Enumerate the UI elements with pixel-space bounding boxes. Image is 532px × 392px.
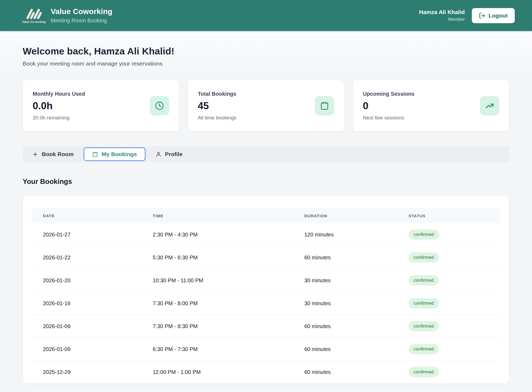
cell-duration: 60 minutes [293, 346, 397, 352]
user-info: Hamza Ali Khalid Member [419, 9, 465, 22]
cell-duration: 60 minutes [293, 323, 397, 329]
trending-up-icon [485, 101, 495, 111]
page-subtitle: Book your meeting room and manage your r… [23, 60, 509, 67]
table-row: 2026-01-20 10:30 PM - 11:00 PM 30 minute… [32, 269, 500, 292]
table-row: confirmed [32, 384, 500, 384]
tab-label: My Bookings [102, 151, 137, 157]
cell-time: 10:30 PM - 11:00 PM [141, 277, 293, 284]
status-badge: confirmed [408, 298, 439, 308]
tab-label: Book Room [42, 151, 74, 157]
stat-icon-chip [150, 96, 169, 115]
stat-sub: All time bookings [198, 115, 237, 121]
cell-duration: 30 minutes [293, 300, 397, 307]
logo-caption: Value Co-working [22, 20, 46, 23]
logout-button[interactable]: Logout [472, 8, 515, 23]
table-row: 2026-01-16 7:30 PM - 8:00 PM 30 minutes … [32, 292, 500, 315]
status-badge: confirmed [408, 321, 439, 331]
table-body: 2026-01-27 2:30 PM - 4:30 PM 120 minutes… [32, 223, 500, 384]
logo-stripes-icon [26, 8, 42, 20]
tab-my-bookings[interactable]: My Bookings [84, 147, 145, 161]
brand-logo: Value Co-working [23, 8, 45, 23]
cell-time: 12:00 PM - 1:00 PM [141, 369, 293, 375]
bookings-heading: Your Bookings [23, 177, 509, 186]
table-row: 2025-12-29 12:00 PM - 1:00 PM 60 minutes… [32, 361, 500, 384]
stat-icon-chip [480, 96, 499, 115]
calendar-icon [320, 101, 329, 111]
stat-value: 45 [198, 100, 237, 112]
table-header-row: DATE TIME DURATION STATUS [32, 208, 500, 223]
bookings-table-card: DATE TIME DURATION STATUS 2026-01-27 2:3… [23, 195, 509, 384]
stat-value: 0 [363, 100, 414, 112]
clock-icon [155, 101, 164, 111]
cell-time: 6:30 PM - 7:30 PM [141, 346, 293, 352]
stat-label: Monthly Hours Used [33, 91, 85, 97]
cell-time: 2:30 PM - 4:30 PM [141, 232, 293, 238]
app-header: Value Co-working Value Coworking Meeting… [0, 0, 532, 31]
logout-label: Logout [489, 12, 508, 19]
cell-duration: 60 minutes [293, 255, 397, 261]
stat-sub: Next few sessions [363, 115, 414, 121]
stat-card-upcoming-sessions: Upcoming Sessions 0 Next few sessions [353, 80, 509, 132]
status-badge: confirmed [408, 367, 439, 377]
tab-profile[interactable]: Profile [147, 147, 191, 161]
stat-icon-chip [315, 96, 334, 115]
logout-icon [479, 12, 485, 19]
cell-duration: 60 minutes [293, 369, 397, 375]
brand-title: Value Coworking [51, 7, 112, 16]
brand: Value Co-working Value Coworking Meeting… [23, 7, 112, 24]
main-content: Welcome back, Hamza Ali Khalid! Book you… [0, 31, 532, 392]
cell-date: 2026-01-09 [32, 346, 141, 352]
status-badge: confirmed [408, 252, 439, 263]
status-badge: confirmed [408, 275, 439, 286]
stat-card-monthly-hours: Monthly Hours Used 0.0h 20.0h remaining [23, 80, 179, 132]
user-role: Member [419, 17, 465, 22]
cell-time: 7:30 PM - 8:00 PM [141, 300, 293, 307]
cell-date: 2025-12-29 [32, 369, 141, 375]
stat-label: Upcoming Sessions [363, 91, 414, 97]
tab-label: Profile [165, 151, 183, 157]
cell-date: 2026-01-27 [32, 232, 141, 238]
tabs-bar: Book Room My Bookings Profile [23, 146, 509, 162]
user-name: Hamza Ali Khalid [419, 9, 465, 15]
cell-duration: 120 minutes [293, 232, 397, 238]
status-badge: confirmed [408, 344, 439, 354]
calendar-icon [92, 151, 98, 157]
tab-book-room[interactable]: Book Room [24, 147, 82, 161]
column-header-duration: DURATION [293, 214, 397, 218]
page-title: Welcome back, Hamza Ali Khalid! [23, 46, 509, 57]
table-row: 2026-01-09 6:30 PM - 7:30 PM 60 minutes … [32, 338, 500, 361]
status-badge: confirmed [408, 229, 439, 240]
stat-card-total-bookings: Total Bookings 45 All time bookings [188, 80, 344, 132]
cell-date: 2026-01-09 [32, 323, 141, 329]
stats-row: Monthly Hours Used 0.0h 20.0h remaining … [23, 80, 509, 132]
cell-date: 2026-01-20 [32, 277, 141, 284]
table-row: 2026-01-09 7:30 PM - 8:30 PM 60 minutes … [32, 315, 500, 338]
cell-duration: 30 minutes [293, 277, 397, 284]
cell-time: 7:30 PM - 8:30 PM [141, 323, 293, 329]
column-header-time: TIME [141, 214, 293, 218]
column-header-date: DATE [32, 214, 141, 218]
stat-value: 0.0h [33, 100, 85, 112]
stat-sub: 20.0h remaining [33, 115, 85, 121]
user-icon [155, 151, 162, 157]
brand-subtitle: Meeting Room Booking [51, 18, 112, 24]
column-header-status: STATUS [397, 214, 500, 218]
cell-date: 2026-01-16 [32, 300, 141, 307]
stat-label: Total Bookings [198, 91, 237, 97]
cell-time: 5:30 PM - 6:30 PM [141, 255, 293, 261]
table-row: 2026-01-27 2:30 PM - 4:30 PM 120 minutes… [32, 223, 500, 246]
plus-icon [32, 151, 38, 157]
cell-date: 2026-01-22 [32, 255, 141, 261]
table-row: 2026-01-22 5:30 PM - 6:30 PM 60 minutes … [32, 246, 500, 269]
